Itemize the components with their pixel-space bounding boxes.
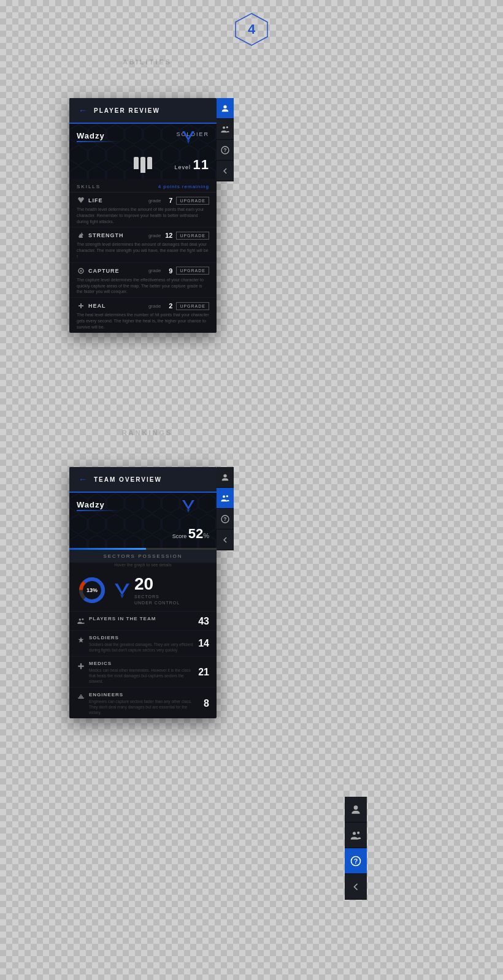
sidebar3-back-icon[interactable] — [345, 874, 367, 900]
back-button-1[interactable]: ← — [77, 104, 89, 116]
back-svg-2 — [220, 535, 230, 545]
card1-header: ← PLAYER REVIEW — [69, 98, 217, 124]
stat-soldiers: SOLDIERS Soldiers deal the greatest dama… — [69, 631, 217, 656]
skill-desc-life: The health level determines the amount o… — [77, 207, 209, 224]
upgrade-btn-heal[interactable]: upgrade — [176, 302, 209, 310]
svg-point-4 — [80, 270, 82, 272]
card2-hero: Wadzy Score 52% — [69, 493, 217, 548]
card1-title: PLAYER REVIEW — [94, 107, 160, 114]
stat-players-value: 43 — [198, 616, 209, 627]
score-pct: % — [203, 532, 209, 539]
sectors-sublabel: SECTORSUNDER CONTROL — [134, 594, 180, 606]
upgrade-btn-capture[interactable]: upgrade — [176, 267, 209, 275]
svg-text:?: ? — [354, 857, 358, 865]
card2-header: ← TEAM OVERVIEW — [69, 467, 217, 493]
sectors-hint: Hover the graph to see details — [69, 563, 217, 569]
sidebar3-group-icon[interactable] — [345, 822, 367, 848]
stat-soldiers-content: SOLDIERS Soldiers deal the greatest dama… — [89, 635, 193, 653]
svg-marker-17 — [115, 583, 129, 595]
skill-desc-capture: The capture level determines the effecti… — [77, 277, 209, 295]
players-icon — [77, 617, 85, 626]
life-icon — [77, 196, 85, 205]
back-svg-1 — [220, 166, 230, 176]
svg-text:?: ? — [223, 147, 226, 153]
stat-medics-value: 21 — [198, 667, 209, 678]
grade-label-strength: grade — [148, 233, 161, 238]
hero-underline-1 — [77, 141, 120, 142]
stat-soldiers-title: SOLDIERS — [89, 635, 193, 640]
upgrade-btn-strength[interactable]: upgrade — [176, 232, 209, 240]
group-svg — [220, 124, 230, 134]
heal-icon — [77, 302, 85, 310]
sidebar2-back-icon[interactable] — [217, 530, 234, 550]
person-svg-3 — [350, 803, 362, 816]
medics-icon — [77, 662, 85, 670]
svg-rect-23 — [78, 697, 83, 699]
svg-point-8 — [223, 126, 225, 129]
stat-players-title: PLAYERS IN THE TEAM — [89, 616, 193, 621]
donut-chart: 13% — [77, 575, 107, 606]
score-label: Score — [172, 533, 187, 539]
hero-underline-2 — [77, 510, 120, 511]
donut-label: 13% — [86, 587, 98, 593]
sidebar2-person-icon[interactable] — [217, 467, 234, 488]
skill-life: LIFE grade 7 upgrade The health level de… — [69, 192, 217, 227]
back-svg-3 — [350, 881, 362, 893]
skill-strength: STRENGTH grade 12 upgrade The strength l… — [69, 227, 217, 262]
sidebar3-person-icon[interactable] — [345, 797, 367, 822]
section2-title: RANKINGS — [122, 429, 173, 436]
sidebar-2: ? — [217, 467, 234, 550]
back-button-2[interactable]: ← — [77, 473, 89, 485]
back-icon-2: ← — [79, 475, 87, 484]
stat-medics-content: MEDICS Medics can heal other teammates. … — [89, 661, 193, 684]
svg-rect-6 — [79, 305, 83, 306]
hero-bullets-icon — [134, 157, 152, 173]
sidebar1-group-icon[interactable] — [217, 119, 234, 140]
sidebar-1: ? — [217, 98, 234, 181]
level-label-1: Level — [174, 164, 191, 170]
grade-value-strength: 12 — [163, 232, 172, 239]
svg-marker-12 — [182, 500, 194, 510]
v-emblem-2 — [182, 499, 194, 515]
strength-icon — [77, 231, 85, 240]
stat-engineers-desc: Engineers can capture sectors faster tha… — [89, 699, 199, 715]
svg-point-20 — [82, 618, 83, 620]
level-badge: 4 — [233, 11, 270, 48]
grade-value-life: 7 — [163, 197, 172, 204]
hero-level: Level 11 — [174, 157, 209, 173]
skill-name-strength: STRENGTH — [88, 232, 148, 238]
sectors-label: SECTORS POSSESSION — [77, 553, 209, 559]
card2-title: TEAM OVERVIEW — [94, 476, 162, 483]
skill-desc-strength: The strength level determines the amount… — [77, 241, 209, 259]
svg-marker-1 — [182, 131, 194, 141]
sectors-count: 20 — [134, 574, 180, 594]
sidebar1-person-icon[interactable] — [217, 98, 234, 119]
svg-point-7 — [223, 105, 226, 108]
svg-point-19 — [79, 618, 82, 621]
stat-engineers: ENGINEERS Engineers can capture sectors … — [69, 688, 217, 718]
sidebar1-question-icon[interactable]: ? — [217, 140, 234, 161]
question-svg-3: ? — [350, 855, 362, 867]
skills-header: SKILLS 4 points remaining — [69, 179, 217, 192]
svg-text:?: ? — [223, 516, 226, 522]
engineers-icon — [77, 693, 85, 702]
grade-value-heal: 2 — [163, 302, 172, 310]
grade-value-capture: 9 — [163, 267, 172, 275]
sidebar2-group-icon[interactable] — [217, 488, 234, 509]
question-svg-2: ? — [220, 514, 230, 524]
sidebar3-question-icon[interactable]: ? — [345, 848, 367, 874]
upgrade-btn-life[interactable]: upgrade — [176, 197, 209, 205]
svg-point-32 — [353, 832, 356, 835]
stat-soldiers-desc: Soldiers deal the greatest damages. They… — [89, 642, 193, 653]
sidebar2-question-icon[interactable]: ? — [217, 509, 234, 530]
stat-engineers-content: ENGINEERS Engineers can capture sectors … — [89, 692, 199, 715]
card1-hero: Wadzy SOLDIER Level 11 — [69, 124, 217, 179]
score-number: 52 — [188, 526, 203, 541]
sidebar1-back-icon[interactable] — [217, 161, 234, 181]
grade-label-capture: grade — [148, 268, 161, 273]
team-overview-card: ← TEAM OVERVIEW Wadzy Score 52% SECTORS … — [69, 467, 217, 718]
level-number: 4 — [248, 21, 255, 37]
stat-medics-desc: Medics can heal other teammates. However… — [89, 667, 193, 684]
svg-point-9 — [226, 126, 228, 128]
sidebar-3: ? — [345, 797, 367, 900]
